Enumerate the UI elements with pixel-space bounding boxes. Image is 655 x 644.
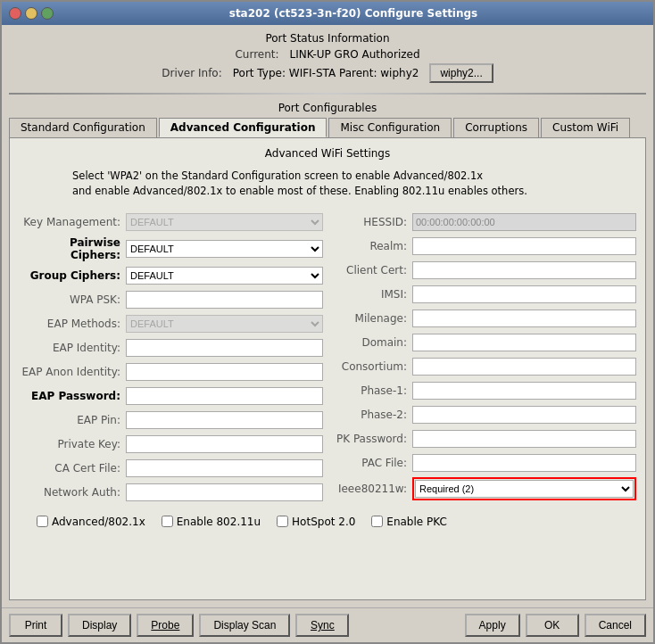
sync-button[interactable]: Sync (295, 614, 349, 637)
enable-802-11u-checkbox[interactable] (162, 516, 173, 527)
sync-label: Sync (311, 619, 335, 632)
milenage-row: Milenage: (332, 309, 636, 328)
enable-pkc-checkbox-item: Enable PKC (371, 516, 447, 528)
domain-input[interactable] (412, 334, 636, 351)
pk-password-input[interactable] (412, 430, 636, 448)
private-key-input[interactable] (126, 435, 323, 453)
key-management-select[interactable]: DEFAULT (126, 213, 323, 231)
current-label: Current: (235, 48, 278, 61)
pairwise-ciphers-row: Pairwise Ciphers: DEFAULT (19, 236, 323, 261)
pk-password-row: PK Password: (332, 429, 636, 449)
network-auth-input[interactable] (126, 483, 323, 501)
network-auth-row: Network Auth: (19, 483, 323, 502)
phase2-input[interactable] (412, 406, 636, 424)
advanced-802-1x-checkbox[interactable] (37, 516, 48, 527)
apply-button[interactable]: Apply (465, 614, 520, 637)
cancel-button[interactable]: Cancel (585, 614, 646, 637)
tab-misc[interactable]: Misc Configuration (328, 118, 452, 137)
enable-802-11u-label: Enable 802.11u (177, 516, 261, 528)
eap-identity-input[interactable] (126, 339, 323, 357)
private-key-row: Private Key: (19, 434, 323, 454)
milenage-label: Milenage: (332, 312, 412, 325)
pk-password-label: PK Password: (332, 433, 412, 445)
tab-custom-wifi[interactable]: Custom WiFi (541, 118, 630, 137)
wpa-psk-row: WPA PSK: (19, 290, 323, 310)
milenage-input[interactable] (412, 310, 636, 327)
titlebar: sta202 (ct523-3n-f20) Configure Settings (2, 2, 653, 25)
eap-methods-select[interactable]: DEFAULT (126, 315, 323, 333)
eap-pin-label: EAP Pin: (19, 414, 126, 426)
wiphy-button[interactable]: wiphy2... (429, 63, 493, 83)
client-cert-input[interactable] (412, 261, 636, 279)
group-ciphers-select[interactable]: DEFAULT (126, 267, 323, 285)
ca-cert-file-row: CA Cert File: (19, 458, 323, 478)
ca-cert-file-input[interactable] (126, 459, 323, 477)
display-button[interactable]: Display (68, 614, 131, 637)
wpa-psk-input[interactable] (126, 291, 323, 309)
ieee80211w-row: Ieee80211w: Required (2) Disabled (0) Op… (332, 477, 636, 500)
minimize-window-button[interactable] (25, 7, 37, 20)
phase2-label: Phase-2: (332, 409, 412, 421)
tab-standard[interactable]: Standard Configuration (9, 118, 157, 137)
port-status-title: Port Status Information (9, 32, 646, 45)
key-management-label: Key Management: (19, 216, 126, 228)
enable-pkc-checkbox[interactable] (371, 516, 383, 527)
info-text: Select 'WPA2' on the Standard Configurat… (72, 169, 636, 200)
eap-methods-row: EAP Methods: DEFAULT (19, 314, 323, 334)
hessid-row: HESSID: (332, 212, 636, 232)
eap-anon-identity-input[interactable] (126, 363, 323, 381)
display-scan-button[interactable]: Display Scan (199, 614, 290, 637)
hessid-input[interactable] (412, 213, 636, 231)
left-fields: Key Management: DEFAULT Pairwise Ciphers… (19, 212, 323, 507)
current-value: LINK-UP GRO Authorized (290, 48, 420, 61)
eap-pin-input[interactable] (126, 411, 323, 429)
wpa-psk-label: WPA PSK: (19, 293, 126, 306)
fields-container: Key Management: DEFAULT Pairwise Ciphers… (19, 212, 636, 507)
realm-label: Realm: (332, 240, 412, 252)
realm-row: Realm: (332, 236, 636, 256)
eap-anon-identity-row: EAP Anon Identity: (19, 362, 323, 382)
consortium-row: Consortium: (332, 357, 636, 376)
maximize-window-button[interactable] (41, 7, 54, 20)
tab-advanced[interactable]: Advanced Configuration (159, 118, 328, 137)
advanced-802-1x-checkbox-item: Advanced/802.1x (37, 516, 145, 528)
bottom-btns-left: Print Display Probe Display Scan Sync (9, 614, 349, 637)
ieee80211w-select[interactable]: Required (2) Disabled (0) Optional (1) (415, 480, 634, 498)
realm-input[interactable] (412, 237, 636, 255)
bottom-bar: Print Display Probe Display Scan Sync Ap… (2, 607, 653, 642)
hotspot-20-checkbox[interactable] (277, 516, 288, 527)
phase1-row: Phase-1: (332, 381, 636, 400)
advanced-wifi-title: Advanced WiFi Settings (19, 147, 636, 160)
window-content: Port Status Information Current: LINK-UP… (2, 25, 653, 607)
eap-methods-select-wrap: DEFAULT (126, 315, 323, 333)
phase1-input[interactable] (412, 382, 636, 400)
network-auth-label: Network Auth: (19, 486, 126, 499)
driver-info-row: Driver Info: Port Type: WIFI-STA Parent:… (9, 63, 646, 83)
probe-button[interactable]: Probe (137, 614, 194, 637)
driver-label: Driver Info: (162, 67, 222, 79)
phase2-row: Phase-2: (332, 405, 636, 425)
hessid-label: HESSID: (332, 216, 412, 228)
print-button[interactable]: Print (9, 614, 62, 637)
checkboxes-row: Advanced/802.1x Enable 802.11u HotSpot 2… (19, 516, 636, 528)
eap-password-input[interactable] (126, 387, 323, 405)
domain-label: Domain: (332, 336, 412, 349)
consortium-label: Consortium: (332, 360, 412, 373)
advanced-802-1x-label: Advanced/802.1x (52, 516, 145, 528)
pac-file-input[interactable] (412, 454, 636, 472)
close-window-button[interactable] (9, 7, 21, 20)
group-ciphers-row: Group Ciphers: DEFAULT (19, 266, 323, 285)
eap-methods-label: EAP Methods: (19, 318, 126, 330)
imsi-input[interactable] (412, 285, 636, 303)
ok-button[interactable]: OK (526, 614, 579, 637)
pairwise-ciphers-select[interactable]: DEFAULT (126, 240, 323, 258)
consortium-input[interactable] (412, 358, 636, 376)
ieee80211w-highlight: Required (2) Disabled (0) Optional (1) (412, 477, 636, 500)
client-cert-row: Client Cert: (332, 260, 636, 280)
display-scan-label: Display Scan (213, 619, 276, 632)
eap-identity-label: EAP Identity: (19, 342, 126, 354)
tab-corruptions[interactable]: Corruptions (453, 118, 539, 137)
bottom-btns-right: Apply OK Cancel (465, 614, 646, 637)
pairwise-ciphers-select-wrap: DEFAULT (126, 240, 323, 258)
enable-pkc-label: Enable PKC (386, 516, 447, 528)
